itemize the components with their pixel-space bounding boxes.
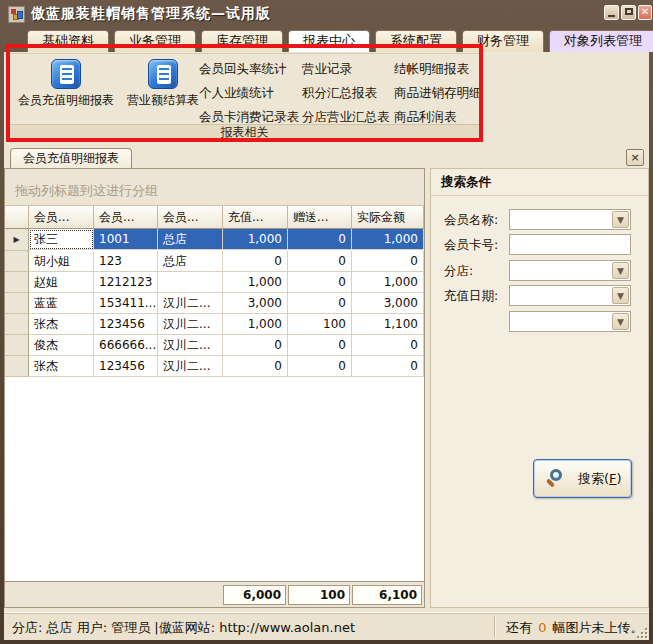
cell[interactable]: 1,000 [352, 229, 424, 250]
cell[interactable]: 胡小姐 [29, 251, 94, 272]
chevron-down-icon[interactable]: ▼ [612, 287, 629, 304]
combo-input[interactable]: ▼ [509, 285, 631, 306]
cell[interactable]: 张杰 [29, 356, 94, 377]
doc-tab-member-recharge-report[interactable]: 会员充值明细报表 [10, 148, 132, 168]
cell[interactable]: 总店 [158, 229, 223, 250]
ribbon-link-column: 会员回头率统计个人业绩统计会员卡消费记录表 [199, 61, 299, 133]
resize-grip[interactable] [635, 626, 647, 638]
cell[interactable]: 0 [352, 335, 424, 356]
ribbon-link[interactable]: 个人业绩统计 [199, 85, 299, 101]
column-header[interactable]: 会员... [29, 206, 94, 229]
cell[interactable]: 3,000 [352, 293, 424, 314]
menu-tab-3[interactable]: 报表中心 [288, 30, 370, 52]
cell[interactable]: 1,000 [223, 314, 288, 335]
combo-input[interactable]: ▼ [509, 260, 631, 281]
minimize-button[interactable] [604, 5, 619, 20]
column-header[interactable]: 实际金额 [352, 206, 424, 229]
cell[interactable]: 0 [288, 251, 352, 272]
chevron-down-icon[interactable]: ▼ [612, 211, 629, 228]
menu-tab-6[interactable]: 对象列表管理 [549, 30, 653, 52]
cell[interactable]: 0 [223, 356, 288, 377]
cell[interactable]: 123456 [94, 356, 158, 377]
ribbon-link[interactable]: 营业记录 [302, 61, 390, 77]
maximize-button[interactable] [621, 5, 636, 20]
ribbon-link[interactable]: 商品进销存明细 [394, 85, 482, 101]
cell[interactable]: 153411... [94, 293, 158, 314]
search-button[interactable]: 搜索(F) [533, 459, 632, 498]
cell[interactable]: 100 [288, 314, 352, 335]
cell[interactable]: 123 [94, 251, 158, 272]
cell[interactable] [158, 272, 223, 293]
combo-input[interactable]: ▼ [509, 209, 631, 230]
table-row[interactable]: 俊杰666666...汉川二...000 [5, 335, 424, 356]
table-row[interactable]: ▶张三1001总店1,00001,000 [5, 229, 424, 251]
column-header[interactable]: 会员... [94, 206, 158, 229]
cell[interactable]: 0 [288, 293, 352, 314]
cell[interactable]: 0 [288, 335, 352, 356]
table-row[interactable]: 赵姐12121231,00001,000 [5, 272, 424, 293]
cell[interactable]: 汉川二... [158, 293, 223, 314]
ribbon-link[interactable]: 结帐明细报表 [394, 61, 482, 77]
cell[interactable]: 总店 [158, 251, 223, 272]
cell[interactable]: 张三 [29, 229, 94, 250]
ribbon-link[interactable]: 会员卡消费记录表 [199, 109, 299, 125]
column-header[interactable]: 赠送... [288, 206, 352, 229]
doc-tab-close-button[interactable]: × [626, 149, 644, 166]
chevron-down-icon[interactable]: ▼ [612, 262, 629, 279]
search-field-label: 会员名称: [444, 212, 498, 229]
table-row[interactable]: 张杰123456汉川二...1,0001001,100 [5, 314, 424, 335]
ribbon-link[interactable]: 分店营业汇总表 [302, 109, 390, 125]
row-indicator [5, 272, 29, 293]
cell[interactable]: 1,100 [352, 314, 424, 335]
cell[interactable]: 123456 [94, 314, 158, 335]
chevron-down-icon[interactable]: ▼ [612, 313, 629, 330]
cell[interactable]: 蓝蓝 [29, 293, 94, 314]
grid-totals-row: 6,0001006,100 [5, 581, 424, 607]
cell[interactable]: 张杰 [29, 314, 94, 335]
cell[interactable]: 1,000 [223, 272, 288, 293]
table-row[interactable]: 胡小姐123总店000 [5, 251, 424, 272]
text-input[interactable] [509, 234, 631, 255]
search-button-label: 搜索(F) [578, 470, 622, 488]
column-header[interactable]: 充值... [223, 206, 288, 229]
cell[interactable]: 俊杰 [29, 335, 94, 356]
grid-groupby-bar[interactable]: 拖动列标题到这进行分组 [5, 169, 424, 206]
combo-input[interactable]: ▼ [509, 311, 631, 332]
ribbon-link[interactable]: 积分汇总报表 [302, 85, 390, 101]
cell[interactable]: 3,000 [223, 293, 288, 314]
ribbon-link[interactable]: 商品利润表 [394, 109, 482, 125]
cell[interactable]: 0 [352, 251, 424, 272]
menu-tab-0[interactable]: 基础资料 [27, 30, 109, 52]
cell[interactable]: 0 [288, 356, 352, 377]
cell[interactable]: 0 [352, 356, 424, 377]
big-button-member-recharge-report[interactable]: 会员充值明细报表 [11, 57, 121, 121]
cell[interactable]: 0 [288, 272, 352, 293]
big-button-turnover-settlement[interactable]: 营业额结算表 [121, 57, 205, 121]
search-panel: 搜索条件 会员名称:▼会员卡号:分店:▼充值日期:▼▼ 搜索(F) [430, 168, 649, 608]
menu-tab-1[interactable]: 业务管理 [114, 30, 196, 52]
cell[interactable]: 1,000 [223, 229, 288, 250]
menu-tab-5[interactable]: 财务管理 [462, 30, 544, 52]
menu-tab-4[interactable]: 系统配置 [375, 30, 457, 52]
cell[interactable]: 汉川二... [158, 356, 223, 377]
ribbon-link-column: 结帐明细报表商品进销存明细商品利润表 [394, 61, 482, 133]
table-row[interactable]: 蓝蓝153411...汉川二...3,00003,000 [5, 293, 424, 314]
close-button[interactable]: ✕ [638, 5, 652, 20]
totals-spacer [94, 582, 158, 607]
cell[interactable]: 1001 [94, 229, 158, 250]
menu-tab-2[interactable]: 库存管理 [201, 30, 283, 52]
table-row[interactable]: 张杰123456汉川二...000 [5, 356, 424, 377]
cell[interactable]: 0 [288, 229, 352, 250]
cell[interactable]: 赵姐 [29, 272, 94, 293]
cell[interactable]: 汉川二... [158, 314, 223, 335]
column-header[interactable]: 会员... [158, 206, 223, 229]
ribbon-link-column: 营业记录积分汇总报表分店营业汇总表 [302, 61, 390, 133]
cell[interactable]: 汉川二... [158, 335, 223, 356]
cell[interactable]: 0 [223, 335, 288, 356]
cell[interactable]: 666666... [94, 335, 158, 356]
report-doc-icon [148, 59, 178, 89]
cell[interactable]: 1,000 [352, 272, 424, 293]
cell[interactable]: 1212123 [94, 272, 158, 293]
ribbon-link[interactable]: 会员回头率统计 [199, 61, 299, 77]
cell[interactable]: 0 [223, 251, 288, 272]
